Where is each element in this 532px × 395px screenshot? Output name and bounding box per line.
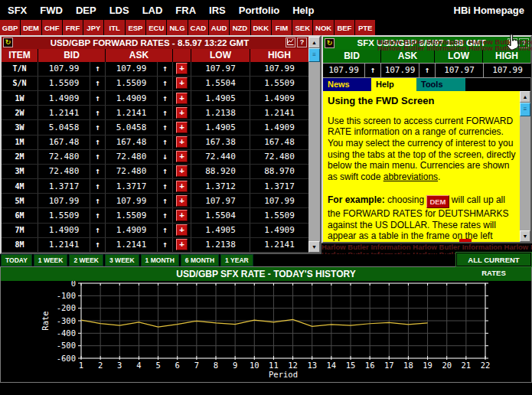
fwd-low-value: 1.2138 [191,238,250,252]
fwd-add-button[interactable]: + [176,77,188,89]
fwd-high-value: 1.2141 [250,238,308,252]
fwd-add-button[interactable]: + [176,210,188,221]
currency-tab-fim[interactable]: FIM [272,20,292,35]
svg-text:8: 8 [214,361,218,370]
refresh-icon[interactable]: ↻ [3,38,13,47]
menu-item-sfx[interactable]: SFX [8,5,27,16]
fwd-low-value: 1.4905 [191,91,250,105]
menu-item-lad[interactable]: LAD [142,5,163,16]
currency-tabs: GBPDEMCHFFRFJPYITLESPECUNLGCADAUDNZDDKKF… [0,20,375,35]
fwd-add-button[interactable]: + [176,224,188,236]
scroll-down-icon[interactable]: ▼ [308,241,320,253]
menu-item-fwd[interactable]: FWD [40,5,63,16]
menu-item-portfolio[interactable]: Portfolio [239,5,279,16]
svg-text:0: 0 [71,281,76,288]
svg-text:19: 19 [423,361,432,370]
svg-text:21: 21 [462,361,472,370]
fwd-add-button[interactable]: + [176,107,188,119]
period-tab-today[interactable]: TODAY [1,254,32,266]
fwd-add-button[interactable]: + [176,136,188,148]
currency-tab-itl[interactable]: ITL [104,20,124,35]
period-tab-1-year[interactable]: 1 YEAR [220,254,253,266]
period-tab-6-month[interactable]: 6 MONTH [181,254,219,266]
help-icon[interactable]: ? [297,38,307,47]
period-tab-1-week[interactable]: 1 WEEK [34,254,68,266]
fwd-item-label: 6M [2,208,38,222]
currency-tab-dem[interactable]: DEM [21,20,41,35]
fwd-bid-value: 107.99 [38,194,90,207]
help-scrollbar[interactable]: ▲ ≡ ▼ [520,91,530,242]
fwd-low-value: 107.97 [191,62,250,76]
fwd-add-button[interactable]: + [176,165,188,177]
period-tab-3-week[interactable]: 3 WEEK [105,254,139,266]
menu-item-irs[interactable]: IRS [209,5,226,16]
currency-tab-bar: Harlow Butler Information Harlow Butler … [0,20,532,35]
currency-tab-dkk[interactable]: DKK [251,20,271,35]
scrollbar-thumb[interactable]: ≡ [520,103,530,116]
currency-tab-pte[interactable]: PTE [355,20,375,35]
fwd-add-cell: + [172,179,191,193]
fwd-add-button[interactable]: + [176,239,188,250]
tab-news[interactable]: News [323,78,371,91]
fwd-add-button[interactable]: + [176,181,188,192]
fwd-ask-direction-icon: ↑ [157,179,172,193]
sfx-bid-direction-icon: ↑ [365,64,380,77]
currency-tab-nok[interactable]: NOK [313,20,333,35]
svg-text:12: 12 [288,361,298,370]
fwd-ask-direction-icon: ↑ [157,135,172,149]
dem-currency-badge[interactable]: DEM [426,195,449,209]
svg-text:Rate: Rate [41,311,50,330]
fwd-add-button[interactable]: + [176,195,188,207]
fwd-add-button[interactable]: + [176,93,188,104]
fwd-add-button[interactable]: + [176,151,188,162]
currency-tab-nzd[interactable]: NZD [230,20,250,35]
currency-tab-nlg[interactable]: NLG [167,20,187,35]
refresh-icon[interactable]: ↻ [325,38,335,48]
fwd-low-value: 1.5504 [191,77,250,90]
period-tab-2-week[interactable]: 2 WEEK [69,254,103,266]
menu-item-help[interactable]: Help [292,5,314,16]
fwd-add-button[interactable]: + [176,63,188,74]
currency-tab-jpy[interactable]: JPY [83,20,103,35]
currency-tab-bef[interactable]: BEF [335,20,354,35]
currency-tab-chf[interactable]: CHF [42,20,62,35]
fwd-ask-direction-icon: ↑ [157,208,172,222]
svg-text:-100: -100 [57,291,76,300]
abbreviations-link[interactable]: abbreviations [383,171,438,182]
fwd-add-button[interactable]: + [176,122,188,133]
all-current-rates-button[interactable]: ALL CURRENT RATES [456,253,531,266]
currency-tab-esp[interactable]: ESP [126,20,145,35]
scroll-up-icon[interactable]: ▲ [520,91,530,103]
currency-tab-aud[interactable]: AUD [209,20,229,35]
help-paragraph-2: For example: choosing DEM will call up a… [328,194,517,242]
bottom-bar: Harlow Butler Information Harlow Butler … [0,254,532,266]
scroll-down-icon[interactable]: ▼ [520,230,530,242]
scrollbar-thumb[interactable]: ≡ [308,48,320,62]
tab-help-active[interactable]: Help [371,78,416,91]
svg-text:Period: Period [269,370,298,379]
menu-item-fra[interactable]: FRA [175,5,196,16]
chart-icon[interactable] [286,38,295,47]
fwd-bid-value: 1.3717 [38,179,90,193]
period-tab-1-month[interactable]: 1 MONTH [141,254,179,266]
fwd-scrollbar[interactable]: ▲ ≡ ▼ [308,37,320,253]
fwd-bid-direction-icon: ↑ [90,77,105,90]
currency-tab-sek[interactable]: SEK [292,20,312,35]
menu-item-lds[interactable]: LDS [109,5,129,16]
fwd-item-label: 2M [2,150,38,164]
currency-tab-frf[interactable]: FRF [63,20,83,35]
fwd-bid-value: 5.0458 [38,120,90,134]
currency-tab-cad[interactable]: CAD [188,20,208,35]
fwd-high-value: 88.970 [250,165,308,178]
scrollbar-track[interactable] [308,62,320,241]
hbi-homepage-link[interactable]: HBi Homepage [454,5,524,16]
fwd-bid-direction-icon: ↑ [90,208,105,222]
fwd-add-cell: + [172,77,191,90]
currency-tab-ecu[interactable]: ECU [146,20,166,35]
scroll-up-icon[interactable]: ▲ [308,37,320,48]
currency-tab-gbp[interactable]: GBP [0,20,20,35]
fwd-add-cell: + [172,224,191,237]
tab-tools[interactable]: Tools [416,78,465,91]
scrollbar-track[interactable] [520,116,530,230]
menu-item-dep[interactable]: DEP [76,5,96,16]
